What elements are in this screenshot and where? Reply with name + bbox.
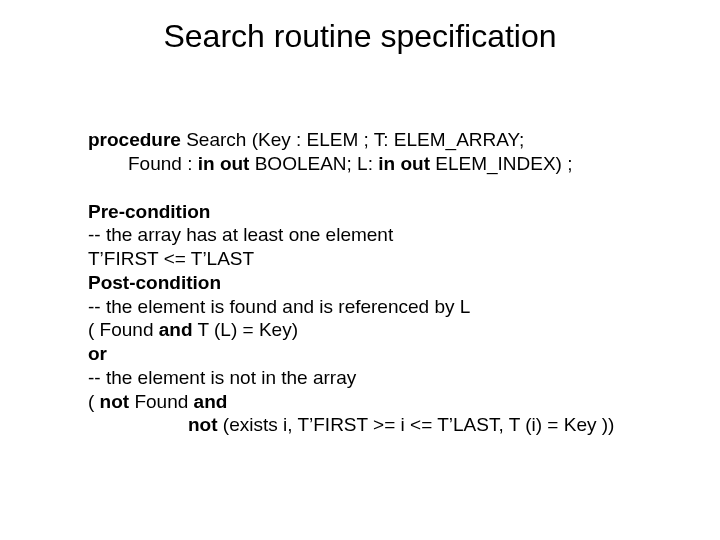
keyword-in-out-2: in out bbox=[378, 153, 430, 174]
pre-condition-label: Pre-condition bbox=[88, 200, 688, 224]
keyword-and-2: and bbox=[194, 391, 228, 412]
procedure-line-1: procedure Search (Key : ELEM ; T: ELEM_A… bbox=[88, 128, 688, 152]
slide: Search routine specification procedure S… bbox=[0, 0, 720, 540]
pre-condition-label-text: Pre-condition bbox=[88, 201, 210, 222]
keyword-or-line: or bbox=[88, 342, 688, 366]
post-expr2-a: ( bbox=[88, 391, 100, 412]
post-condition-label-text: Post-condition bbox=[88, 272, 221, 293]
slide-body: procedure Search (Key : ELEM ; T: ELEM_A… bbox=[88, 128, 688, 437]
keyword-not-1: not bbox=[100, 391, 130, 412]
post-condition-comment-1: -- the element is found and is reference… bbox=[88, 295, 688, 319]
signature-line-2a: Found : bbox=[128, 153, 198, 174]
post-expr2-b: Found bbox=[129, 391, 193, 412]
signature-line-2c: ELEM_INDEX) ; bbox=[430, 153, 573, 174]
signature-line-2b: BOOLEAN; L: bbox=[249, 153, 378, 174]
post-condition-expr-2b: not (exists i, T’FIRST >= i <= T’LAST, T… bbox=[88, 413, 688, 437]
keyword-and-1: and bbox=[159, 319, 193, 340]
signature-line-1: Search (Key : ELEM ; T: ELEM_ARRAY; bbox=[181, 129, 524, 150]
post-condition-expr-1: ( Found and T (L) = Key) bbox=[88, 318, 688, 342]
slide-title: Search routine specification bbox=[0, 18, 720, 55]
keyword-or: or bbox=[88, 343, 107, 364]
keyword-not-2: not bbox=[188, 414, 218, 435]
post-expr2-c: (exists i, T’FIRST >= i <= T’LAST, T (i)… bbox=[218, 414, 615, 435]
keyword-procedure: procedure bbox=[88, 129, 181, 150]
pre-condition-comment: -- the array has at least one element bbox=[88, 223, 688, 247]
post-condition-expr-2a: ( not Found and bbox=[88, 390, 688, 414]
post-condition-label: Post-condition bbox=[88, 271, 688, 295]
post-expr1-b: T (L) = Key) bbox=[193, 319, 298, 340]
spacer bbox=[88, 176, 688, 200]
keyword-in-out-1: in out bbox=[198, 153, 250, 174]
post-condition-comment-2: -- the element is not in the array bbox=[88, 366, 688, 390]
post-expr1-a: ( Found bbox=[88, 319, 159, 340]
pre-condition-expr: T’FIRST <= T’LAST bbox=[88, 247, 688, 271]
procedure-line-2: Found : in out BOOLEAN; L: in out ELEM_I… bbox=[88, 152, 688, 176]
